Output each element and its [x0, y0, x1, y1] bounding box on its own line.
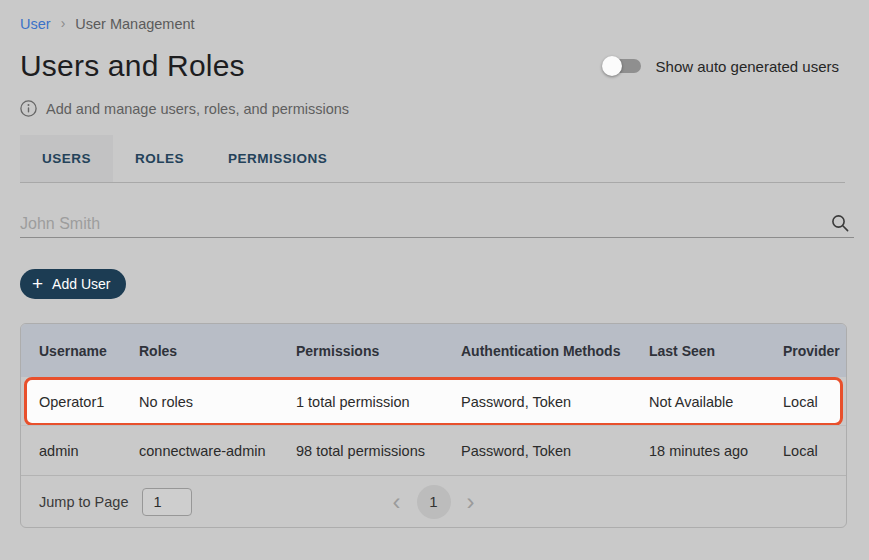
cell-roles: No roles — [139, 394, 296, 410]
breadcrumb: User › User Management — [20, 16, 847, 32]
table-row-admin[interactable]: admin connectware-admin 98 total permiss… — [21, 425, 846, 475]
column-header-username: Username — [39, 343, 139, 359]
search-field — [20, 212, 854, 238]
current-page-button[interactable]: 1 — [417, 485, 451, 519]
plus-icon: + — [32, 274, 43, 293]
user-management-page: User › User Management Users and Roles S… — [0, 0, 869, 560]
cell-username: admin — [39, 443, 139, 459]
jump-to-page-input[interactable] — [142, 488, 192, 516]
toggle-knob — [602, 56, 622, 76]
column-header-auth-methods: Authentication Methods — [461, 343, 649, 359]
cell-roles: connectware-admin — [139, 443, 296, 459]
breadcrumb-separator-icon: › — [61, 16, 66, 30]
cell-provider: Local — [783, 394, 840, 410]
next-page-icon[interactable]: › — [464, 490, 478, 514]
title-row: Users and Roles Show auto generated user… — [20, 49, 847, 83]
tab-roles[interactable]: ROLES — [113, 135, 206, 182]
jump-to-page-label: Jump to Page — [39, 494, 128, 510]
search-input[interactable] — [20, 212, 820, 236]
page-subtitle: Add and manage users, roles, and permiss… — [46, 101, 349, 117]
auto-generated-users-toggle-group: Show auto generated users — [602, 56, 839, 76]
add-user-label: Add User — [52, 276, 110, 292]
cell-auth-methods: Password, Token — [461, 443, 649, 459]
users-table: Username Roles Permissions Authenticatio… — [20, 323, 847, 528]
tab-bar: USERS ROLES PERMISSIONS — [20, 135, 847, 182]
cell-permissions: 98 total permissions — [296, 443, 461, 459]
show-auto-generated-users-toggle[interactable] — [602, 56, 642, 76]
cell-permissions: 1 total permission — [296, 394, 461, 410]
column-header-roles: Roles — [139, 343, 296, 359]
pagination: ‹ 1 › — [390, 485, 478, 519]
tab-users[interactable]: USERS — [20, 135, 113, 182]
column-header-provider: Provider — [783, 343, 846, 359]
column-header-permissions: Permissions — [296, 343, 461, 359]
info-icon — [20, 100, 37, 117]
page-title: Users and Roles — [20, 49, 245, 83]
cell-last-seen: Not Available — [649, 394, 783, 410]
add-user-button[interactable]: + Add User — [20, 269, 126, 299]
table-row-operator1[interactable]: Operator1 No roles 1 total permission Pa… — [24, 377, 843, 426]
search-icon[interactable] — [830, 212, 850, 234]
cell-last-seen: 18 minutes ago — [649, 443, 783, 459]
cell-provider: Local — [783, 443, 846, 459]
breadcrumb-current: User Management — [75, 16, 194, 32]
breadcrumb-link-user[interactable]: User — [20, 16, 51, 32]
table-footer: Jump to Page ‹ 1 › — [21, 475, 846, 527]
cell-auth-methods: Password, Token — [461, 394, 649, 410]
toggle-label: Show auto generated users — [656, 58, 839, 75]
tab-bar-divider — [20, 182, 845, 183]
column-header-last-seen: Last Seen — [649, 343, 783, 359]
cell-username: Operator1 — [39, 394, 139, 410]
table-header: Username Roles Permissions Authenticatio… — [21, 324, 846, 377]
prev-page-icon[interactable]: ‹ — [390, 490, 404, 514]
page-subtitle-row: Add and manage users, roles, and permiss… — [20, 100, 847, 117]
tab-permissions[interactable]: PERMISSIONS — [206, 135, 349, 182]
